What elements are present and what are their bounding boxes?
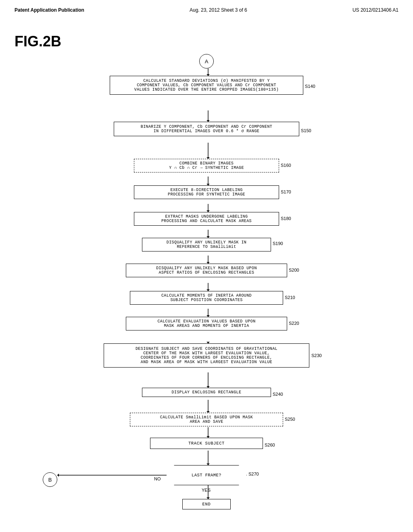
step-s250: CALCULATE SmallLimit BASED UPON MASK ARE… <box>130 413 283 426</box>
header-center: Aug. 23, 2012 Sheet 3 of 6 <box>190 7 247 13</box>
step-s170: EXECUTE 8-DIRECTION LABELING PROCESSING … <box>134 185 279 199</box>
step-s150: BINARIZE Y COMPONENT, Cb COMPONENT AND C… <box>114 122 299 136</box>
step-s200: DISQUALIFY ANY UNLIKELY MASK BASED UPON … <box>126 264 287 277</box>
step-s140-label: S140 <box>305 84 315 89</box>
step-s200-label: S200 <box>289 268 299 272</box>
step-s190: DISQUALIFY ANY UNLIKELY MASK IN REFERENC… <box>142 238 271 251</box>
step-s150-label: S150 <box>301 128 311 133</box>
svg-marker-29 <box>57 474 59 477</box>
step-s250-label: S250 <box>285 417 295 422</box>
page-header: Patent Application Publication Aug. 23, … <box>0 0 413 13</box>
step-s220: CALCULATE EVALUATION VALUES BASED UPON M… <box>126 317 287 330</box>
end-box: END <box>182 499 231 509</box>
header-right: US 2012/0213406 A1 <box>353 7 398 13</box>
start-circle-a: A <box>199 54 214 69</box>
step-s190-label: S190 <box>273 241 283 246</box>
fig-label: FIG.2B <box>15 33 398 50</box>
main-content: FIG.2B A CALCULATE STANDARD DEVIATIONS (… <box>0 13 413 530</box>
step-s180: EXTRACT MASKS UNDERGONE LABELING PROCESS… <box>134 212 279 226</box>
no-label: NO <box>154 476 161 481</box>
step-s270-label: S270 <box>248 472 259 476</box>
step-s240: DISPLAY ENCLOSING RECTANGLE <box>142 388 271 397</box>
step-s210-label: S210 <box>285 295 295 300</box>
step-s160: COMBINE BINARY IMAGES Y ∩ Cb ∩ Cr → SYNT… <box>134 159 279 172</box>
step-s260: TRACK SUBJECT <box>150 438 263 449</box>
step-s240-label: S240 <box>273 392 283 397</box>
step-s270-diamond: LAST FRAME? <box>166 465 247 485</box>
header-left: Patent Application Publication <box>15 7 84 13</box>
b-circle: B <box>43 472 57 487</box>
svg-marker-27 <box>206 463 210 465</box>
step-s180-label: S180 <box>281 216 291 221</box>
step-s230-label: S230 <box>311 353 322 358</box>
step-s220-label: S220 <box>289 321 299 326</box>
step-s170-label: S170 <box>281 189 291 194</box>
yes-label: YES <box>202 488 211 493</box>
step-s160-label: S160 <box>281 163 291 168</box>
step-s140: CALCULATE STANDARD DEVIATIONS (σ) MANIFE… <box>110 76 303 95</box>
step-s210: CALCULATE MOMENTS OF INERTIA AROUND SUBJ… <box>130 291 283 305</box>
step-s260-label: S260 <box>265 443 275 447</box>
step-s230: DESIGNATE SUBJECT AND SAVE COORDINATES O… <box>104 343 309 368</box>
